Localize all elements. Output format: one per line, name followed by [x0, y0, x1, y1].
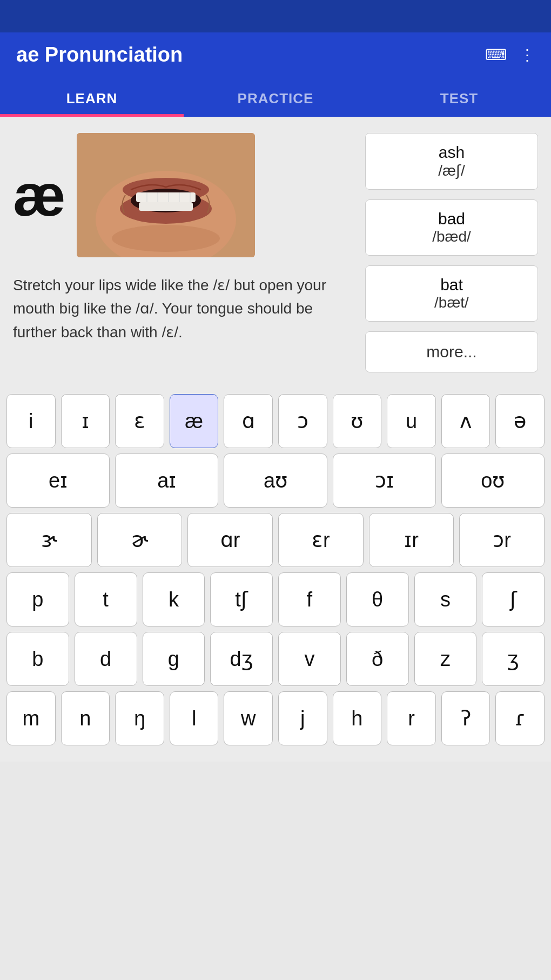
key-ei[interactable]: eɪ — [6, 454, 110, 508]
key-oi[interactable]: ɔɪ — [333, 454, 436, 508]
key-ae[interactable]: æ — [170, 394, 219, 448]
key-j[interactable]: j — [278, 691, 327, 745]
key-stressed-r[interactable]: ɝ — [6, 513, 92, 567]
app-bar-actions: ⌨ ⋮ — [485, 46, 535, 64]
word-card-ash[interactable]: ash /æʃ/ — [365, 133, 538, 190]
phoneme-description: Stretch your lips wide like the /ɛ/ but … — [13, 274, 354, 344]
svg-rect-6 — [139, 202, 193, 211]
key-eth[interactable]: ð — [346, 632, 409, 686]
key-schwa[interactable]: ə — [495, 394, 545, 448]
tab-test[interactable]: TEST — [367, 77, 551, 117]
key-au[interactable]: aʊ — [224, 454, 327, 508]
key-wedge[interactable]: ʌ — [441, 394, 490, 448]
key-upsilon[interactable]: ʊ — [333, 394, 382, 448]
ipa-bad: /bæd/ — [379, 228, 525, 245]
key-tsh[interactable]: tʃ — [210, 572, 273, 626]
key-unstressed-r[interactable]: ɚ — [97, 513, 183, 567]
key-t[interactable]: t — [75, 572, 137, 626]
phoneme-symbol: æ — [13, 165, 66, 225]
keyboard-row-2: eɪ aɪ aʊ ɔɪ oʊ — [6, 454, 545, 508]
key-g[interactable]: g — [143, 632, 205, 686]
key-sh[interactable]: ʃ — [482, 572, 545, 626]
status-bar — [0, 0, 551, 32]
key-ou[interactable]: oʊ — [441, 454, 545, 508]
main-content: æ — [0, 117, 551, 389]
key-i[interactable]: i — [6, 394, 56, 448]
key-zh[interactable]: ʒ — [482, 632, 545, 686]
keyboard-row-6: m n ŋ l w j h r ʔ ɾ — [6, 691, 545, 745]
key-p[interactable]: p — [6, 572, 69, 626]
key-z[interactable]: z — [414, 632, 477, 686]
key-or[interactable]: ɔr — [459, 513, 545, 567]
key-epsilon[interactable]: ɛ — [115, 394, 164, 448]
key-b[interactable]: b — [6, 632, 69, 686]
word-bat: bat — [379, 276, 525, 294]
phoneme-row: æ — [13, 133, 354, 257]
key-m[interactable]: m — [6, 691, 56, 745]
key-flap[interactable]: ɾ — [495, 691, 545, 745]
ipa-ash: /æʃ/ — [379, 162, 525, 179]
key-theta[interactable]: θ — [346, 572, 409, 626]
svg-rect-5 — [136, 192, 196, 202]
keyboard-icon[interactable]: ⌨ — [485, 46, 507, 64]
app-title: ae Pronunciation — [16, 43, 183, 66]
key-dzh[interactable]: dʒ — [210, 632, 273, 686]
word-ash: ash — [379, 143, 525, 162]
key-d[interactable]: d — [75, 632, 137, 686]
key-r[interactable]: r — [387, 691, 436, 745]
ipa-bat: /bæt/ — [379, 294, 525, 311]
tab-bar: LEARN PRACTICE TEST — [0, 77, 551, 117]
keyboard-row-3: ɝ ɚ ɑr ɛr ɪr ɔr — [6, 513, 545, 567]
menu-icon[interactable]: ⋮ — [520, 46, 535, 64]
left-panel: æ — [13, 133, 354, 372]
key-er[interactable]: ɛr — [278, 513, 364, 567]
key-v[interactable]: v — [278, 632, 341, 686]
app-bar: ae Pronunciation ⌨ ⋮ — [0, 32, 551, 77]
key-w[interactable]: w — [224, 691, 273, 745]
word-card-bad[interactable]: bad /bæd/ — [365, 199, 538, 256]
keyboard-row-4: p t k tʃ f θ s ʃ — [6, 572, 545, 626]
key-s[interactable]: s — [414, 572, 477, 626]
keyboard-row-1: i ɪ ɛ æ ɑ ɔ ʊ u ʌ ə — [6, 394, 545, 448]
tab-practice[interactable]: PRACTICE — [184, 77, 367, 117]
key-n[interactable]: n — [61, 691, 110, 745]
key-l[interactable]: l — [170, 691, 219, 745]
key-alpha[interactable]: ɑ — [224, 394, 273, 448]
key-f[interactable]: f — [278, 572, 341, 626]
key-h[interactable]: h — [333, 691, 382, 745]
key-u[interactable]: u — [387, 394, 436, 448]
keyboard-row-5: b d g dʒ v ð z ʒ — [6, 632, 545, 686]
key-glottal-stop[interactable]: ʔ — [441, 691, 490, 745]
mouth-image — [77, 133, 255, 257]
key-small-capital-i[interactable]: ɪ — [61, 394, 110, 448]
svg-point-12 — [112, 225, 220, 252]
word-bad: bad — [379, 210, 525, 228]
key-open-o[interactable]: ɔ — [278, 394, 327, 448]
word-card-bat[interactable]: bat /bæt/ — [365, 265, 538, 322]
key-ai[interactable]: aɪ — [115, 454, 218, 508]
more-button[interactable]: more... — [365, 331, 538, 372]
key-k[interactable]: k — [143, 572, 205, 626]
key-ir[interactable]: ɪr — [369, 513, 454, 567]
keyboard-section: i ɪ ɛ æ ɑ ɔ ʊ u ʌ ə eɪ aɪ aʊ ɔɪ oʊ ɝ ɚ ɑ… — [0, 389, 551, 762]
key-ar[interactable]: ɑr — [187, 513, 273, 567]
right-panel: ash /æʃ/ bad /bæd/ bat /bæt/ more... — [365, 133, 538, 372]
key-eng[interactable]: ŋ — [115, 691, 164, 745]
tab-learn[interactable]: LEARN — [0, 77, 184, 117]
